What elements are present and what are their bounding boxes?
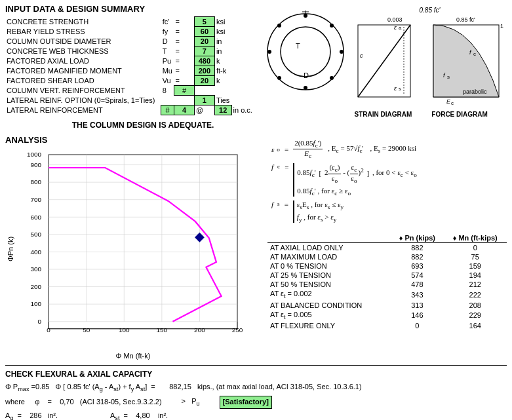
label-lateral-reinf: LATERAL REINFORCEMENT (5, 105, 161, 115)
eq8 (174, 96, 195, 105)
bottom-line3: Ag = 286 in². Ast = 4,80 in². (5, 410, 507, 420)
svg-text:400: 400 (30, 248, 41, 256)
bottom-line1: Φ Pmax =0.85 Φ [ 0.85 fc' (Ag - Ast) + f… (5, 381, 507, 394)
val-Pu[interactable]: 480 (194, 56, 214, 66)
results-table: ♦ Pn (kips) ♦ Mn (ft-kips) AT AXIAL LOAD… (267, 233, 507, 330)
svg-text:600: 600 (30, 214, 41, 221)
svg-text:200: 200 (30, 283, 41, 290)
val-T[interactable]: 7 (194, 47, 214, 56)
chart-wrapper: ΦPn (k) 0 100 200 300 (5, 147, 261, 351)
eps-s-sub: s (399, 86, 401, 92)
svg-point-6 (304, 86, 307, 90)
adequate-text: THE COLUMN DESIGN IS ADEQUATE. (25, 121, 261, 130)
eq3: = (174, 37, 195, 47)
D-label: D (304, 71, 309, 79)
eq4: = (174, 47, 195, 56)
result-row-50-tension: AT 50 % TENSION 478 212 (267, 280, 507, 289)
bottom-line2: where φ = 0,70 (ACI 318-05, Sec.9.3.2.2)… (5, 396, 507, 409)
strain-val: 0.003 (387, 16, 403, 23)
val-hash[interactable]: # (174, 86, 195, 96)
sym-Pu: Pu (161, 56, 174, 66)
unit-ties: Ties (214, 96, 231, 105)
analysis-title: ANALYSIS (5, 135, 261, 145)
result-label: AT AXIAL LOAD ONLY (267, 243, 391, 253)
val-Vu[interactable]: 20 (194, 76, 214, 86)
unit-T: in (214, 47, 231, 56)
table-row: REBAR YIELD STRESS fy = 60 ksi (5, 27, 254, 37)
formula-fc: fc = 0.85fc' [ 2(εc)εo - (εcεo)2 ] , for… (271, 163, 503, 197)
svg-point-7 (277, 76, 281, 80)
result-row-eps-005: AT εt = 0.005 146 229 (267, 310, 507, 321)
unit-Pu: k (214, 56, 231, 66)
eps-s-sym: ε (394, 85, 397, 92)
val-4[interactable]: 4 (174, 105, 195, 115)
result-label: AT εt = 0.005 (267, 310, 391, 321)
fs-s-sub: s (447, 74, 450, 80)
svg-point-3 (330, 24, 334, 28)
svg-text:300: 300 (30, 265, 41, 273)
strain-force-svg: 0.003 0.85 fc' c ε a ε (355, 15, 505, 107)
result-pn: 882 (391, 243, 443, 253)
strain-label: STRAIN DIAGRAM (355, 111, 412, 118)
table-row: FACTORED AXIAL LOAD Pu = 480 k (5, 56, 254, 66)
val-Mu[interactable]: 200 (194, 66, 214, 76)
result-row-25-tension: AT 25 % TENSION 574 194 (267, 271, 507, 280)
svg-text:0: 0 (47, 326, 50, 334)
empty-unit (214, 86, 231, 96)
formula-fs: fs = εsEs , for εs ≤ εy fy , for εs > εy (271, 200, 503, 223)
svg-point-5 (330, 76, 334, 80)
eq1: = (174, 17, 195, 27)
T-label: T (296, 42, 300, 50)
val-fc[interactable]: 5 (194, 17, 214, 27)
result-row-balanced: AT BALANCED CONDITION 313 208 (267, 301, 507, 310)
gt-pu: > Pu (182, 396, 200, 409)
unit-Vu: k (214, 76, 231, 86)
formula-block: εo = 2(0.85fc') Ec , Ec = 57√fc' , Es = … (267, 135, 507, 227)
Ec-sub: c (451, 100, 454, 106)
result-mn: 194 (443, 271, 507, 280)
result-label: AT εt = 0.002 (267, 289, 391, 300)
svg-line-13 (358, 25, 410, 97)
table-row: FACTORED SHEAR LOAD Vu = 20 k (5, 76, 254, 86)
force-label: FORCE DIAGRAM (431, 111, 488, 118)
val-12[interactable]: 12 (214, 105, 231, 115)
unit-inoc: in o.c. (231, 105, 254, 115)
val-D[interactable]: 20 (194, 37, 214, 47)
unit-fc: ksi (214, 17, 231, 27)
strain-force-diagrams: 0.85 fc' 0.003 0.85 fc' c (355, 7, 505, 118)
val-fy[interactable]: 60 (194, 27, 214, 37)
bottom-section: CHECK FLEXURAL & AXIAL CAPACITY Φ Pmax =… (5, 365, 507, 420)
empty-cell (194, 86, 214, 96)
table-row: COLUMN OUTSIDE DIAMETER D = 20 in (5, 37, 254, 47)
svg-text:100: 100 (30, 300, 41, 307)
page-title: INPUT DATA & DESIGN SUMMARY (5, 4, 261, 14)
sym-D: D (161, 37, 174, 47)
result-mn: 212 (443, 280, 507, 289)
svg-text:100: 100 (119, 326, 130, 334)
label-concrete-strength: CONCRETE STRENGTH (5, 17, 161, 27)
sym-fc: fc' (161, 17, 174, 27)
diagram-area: T D 0.85 fc' 0.0 (263, 4, 505, 118)
svg-text:150: 150 (157, 326, 168, 334)
result-pn: 574 (391, 271, 443, 280)
result-label: AT MAXIMUM LOAD (267, 252, 391, 261)
input-table: CONCRETE STRENGTH fc' = 5 ksi REBAR YIEL… (5, 16, 254, 115)
val-lateral-opt[interactable]: 1 (194, 96, 214, 105)
y-axis-label: ΦPn (k) (5, 147, 14, 351)
svg-point-4 (340, 50, 344, 54)
column-section: T D (263, 9, 348, 102)
where-phi: where φ = 0,70 (ACI 318-05, Sec.9.3.2.2) (5, 396, 162, 408)
table-row: COLUMN VERT. REINFORCEMENT 8 # (5, 86, 254, 96)
sym-empty (161, 96, 174, 105)
label-lateral-option: LATERAL REINF. OPTION (0=Spirals, 1=Ties… (5, 96, 161, 105)
label-rebar: REBAR YIELD STRESS (5, 27, 161, 37)
top-section: INPUT DATA & DESIGN SUMMARY CONCRETE STR… (5, 4, 507, 130)
val-hash2[interactable]: # (161, 105, 174, 115)
col-mn: ♦ Mn (ft-kips) (443, 233, 507, 243)
at-sym: @ (194, 105, 214, 115)
result-pn: 343 (391, 289, 443, 300)
label-diameter: COLUMN OUTSIDE DIAMETER (5, 37, 161, 47)
eps-a-sub: a (399, 25, 402, 31)
column-svg: T D (263, 9, 348, 101)
result-pn: 0 (391, 321, 443, 330)
